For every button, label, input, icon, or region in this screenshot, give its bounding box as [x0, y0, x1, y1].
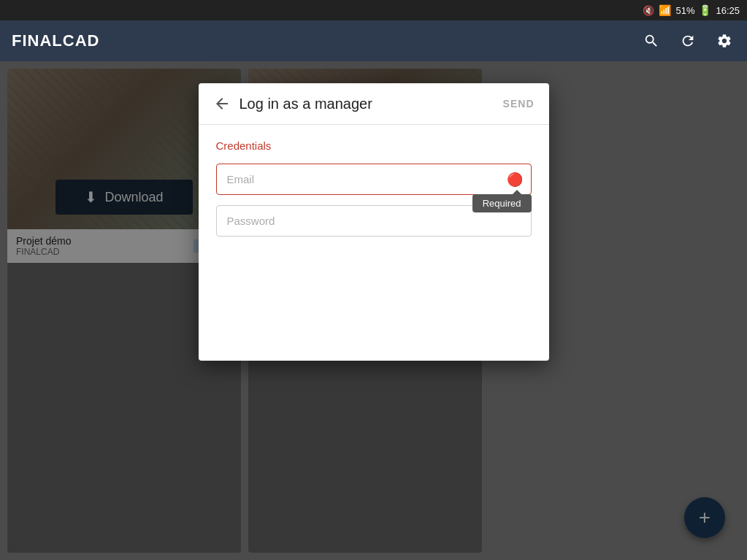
- dialog-body: Credentials 🔴 Required: [199, 125, 549, 261]
- email-input-wrapper: 🔴 Required: [216, 164, 532, 195]
- app-bar: FINALCAD: [0, 20, 747, 61]
- login-dialog: Log in as a manager SEND Credentials 🔴 R…: [199, 83, 549, 361]
- clock: 16:25: [716, 5, 740, 16]
- app-title: FINALCAD: [12, 31, 99, 50]
- required-tooltip: Required: [472, 194, 532, 212]
- refresh-button[interactable]: [677, 30, 699, 52]
- search-button[interactable]: [640, 30, 662, 52]
- main-content: ⬇ Download Projet démo FINALCAD DEMO ⬇ D…: [0, 61, 747, 560]
- settings-button[interactable]: [713, 30, 735, 52]
- dialog-back-button[interactable]: [213, 95, 231, 112]
- sound-off-icon: 🔇: [643, 5, 654, 16]
- wifi-icon: 📶: [659, 4, 671, 16]
- dialog-header-left: Log in as a manager: [213, 95, 372, 112]
- app-bar-actions: [640, 30, 735, 52]
- status-bar: 🔇 📶 51% 🔋 16:25: [0, 0, 747, 20]
- battery-icon: 🔋: [699, 4, 711, 16]
- dialog-title: Log in as a manager: [240, 96, 372, 112]
- battery-percent: 51%: [675, 5, 694, 16]
- dialog-header: Log in as a manager SEND: [199, 83, 549, 125]
- dialog-overlay: Log in as a manager SEND Credentials 🔴 R…: [0, 61, 747, 560]
- credentials-label: Credentials: [216, 139, 532, 152]
- status-icons: 🔇 📶 51% 🔋 16:25: [643, 4, 740, 16]
- email-field[interactable]: [216, 164, 532, 195]
- dialog-send-button[interactable]: SEND: [503, 98, 535, 110]
- email-error-icon: 🔴: [507, 172, 523, 188]
